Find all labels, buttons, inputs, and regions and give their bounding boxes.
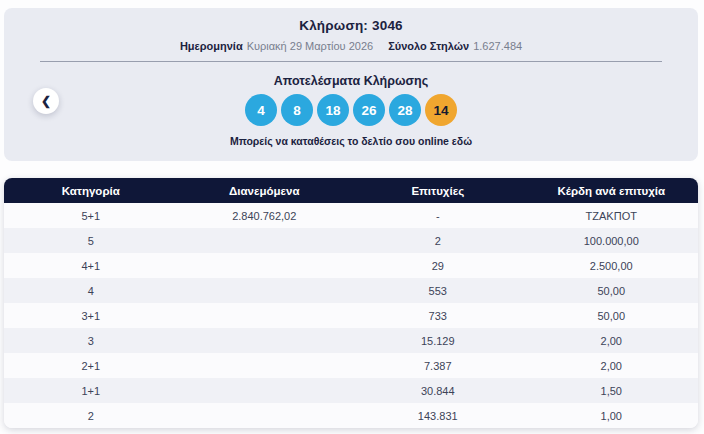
category-cell: 5+1 xyxy=(4,210,178,222)
category-cell: 3 xyxy=(4,335,178,347)
winners-cell: 7.387 xyxy=(351,360,525,372)
header-cell: Επιτυχίες xyxy=(351,185,525,197)
prize-cell: 50,00 xyxy=(525,285,699,297)
prize-cell: 1,00 xyxy=(525,410,699,422)
prize-cell: 100.000,00 xyxy=(525,235,699,247)
draw-title: Κλήρωση: 3046 xyxy=(4,8,698,33)
number-ball: 4 xyxy=(245,94,277,126)
category-cell: 4 xyxy=(4,285,178,297)
table-body: 5+12.840.762,02-ΤΖΑΚΠΟΤ52100.000,004+129… xyxy=(4,203,698,428)
table-row: 3+173350,00 xyxy=(4,303,698,328)
category-cell: 3+1 xyxy=(4,310,178,322)
number-ball: 18 xyxy=(317,94,349,126)
header-cell: Κατηγορία xyxy=(4,185,178,197)
table-row: 4+1292.500,00 xyxy=(4,253,698,278)
numbers-row: 4818262814 xyxy=(4,94,698,126)
table-row: 1+130.8441,50 xyxy=(4,378,698,403)
table-row: 455350,00 xyxy=(4,278,698,303)
table-row: 2+17.3872,00 xyxy=(4,353,698,378)
number-ball: 26 xyxy=(353,94,385,126)
table-row: 5+12.840.762,02-ΤΖΑΚΠΟΤ xyxy=(4,203,698,228)
results-title: Αποτελέσματα Κλήρωσης xyxy=(4,74,698,88)
number-ball: 28 xyxy=(389,94,421,126)
table-row: 2143.8311,00 xyxy=(4,403,698,428)
prize-cell: 50,00 xyxy=(525,310,699,322)
winners-cell: - xyxy=(351,210,525,222)
prize-cell: ΤΖΑΚΠΟΤ xyxy=(525,210,699,222)
table-header-row: ΚατηγορίαΔιανεμόμεναΕπιτυχίεςΚέρδη ανά ε… xyxy=(4,178,698,203)
divider xyxy=(40,61,662,62)
winners-cell: 15.129 xyxy=(351,335,525,347)
category-cell: 5 xyxy=(4,235,178,247)
winners-cell: 553 xyxy=(351,285,525,297)
results-table-card: ΚατηγορίαΔιανεμόμεναΕπιτυχίεςΚέρδη ανά ε… xyxy=(4,178,698,428)
total-columns-value: 1.627.484 xyxy=(473,40,522,52)
distributed-cell: 2.840.762,02 xyxy=(178,210,352,222)
previous-draw-button[interactable]: ❮ xyxy=(33,88,59,114)
header-cell: Διανεμόμενα xyxy=(178,185,352,197)
bonus-number-ball: 14 xyxy=(425,94,457,126)
winners-cell: 733 xyxy=(351,310,525,322)
table-row: 315.1292,00 xyxy=(4,328,698,353)
prize-cell: 1,50 xyxy=(525,385,699,397)
table-row: 52100.000,00 xyxy=(4,228,698,253)
total-columns: Σύνολο Στηλών1.627.484 xyxy=(388,40,522,52)
winners-cell: 29 xyxy=(351,260,525,272)
category-cell: 4+1 xyxy=(4,260,178,272)
chevron-left-icon: ❮ xyxy=(41,95,51,107)
online-deposit-link[interactable]: Μπορείς να καταθέσεις το δελτίο σου onli… xyxy=(4,135,698,147)
prize-cell: 2.500,00 xyxy=(525,260,699,272)
draw-date-value: Κυριακή 29 Μαρτίου 2026 xyxy=(247,40,373,52)
draw-date-label: Ημερομηνία xyxy=(180,40,243,52)
category-cell: 2+1 xyxy=(4,360,178,372)
draw-meta-line: ΗμερομηνίαΚυριακή 29 Μαρτίου 2026 Σύνολο… xyxy=(4,40,698,52)
prize-cell: 2,00 xyxy=(525,335,699,347)
draw-summary-card: Κλήρωση: 3046 ΗμερομηνίαΚυριακή 29 Μαρτί… xyxy=(4,8,698,161)
winners-cell: 2 xyxy=(351,235,525,247)
total-columns-label: Σύνολο Στηλών xyxy=(388,40,469,52)
winners-cell: 30.844 xyxy=(351,385,525,397)
number-ball: 8 xyxy=(281,94,313,126)
winners-cell: 143.831 xyxy=(351,410,525,422)
category-cell: 1+1 xyxy=(4,385,178,397)
draw-date: ΗμερομηνίαΚυριακή 29 Μαρτίου 2026 xyxy=(180,40,373,52)
header-cell: Κέρδη ανά επιτυχία xyxy=(525,185,699,197)
category-cell: 2 xyxy=(4,410,178,422)
prize-cell: 2,00 xyxy=(525,360,699,372)
